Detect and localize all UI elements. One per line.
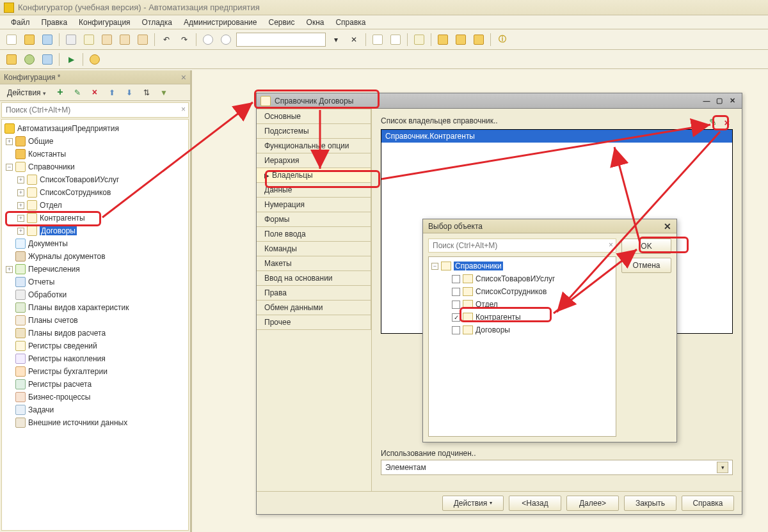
tab-exchange[interactable]: Обмен данными: [257, 300, 371, 315]
panel-up-icon[interactable]: ⬆: [104, 85, 120, 100]
tb-paste2[interactable]: [117, 32, 132, 47]
tree-catalog-contracts[interactable]: Договоры: [2, 224, 188, 237]
tab-main[interactable]: Основные: [257, 109, 371, 124]
tree-catalog-goods[interactable]: СписокТоваровИУслуг: [2, 173, 188, 186]
tb-deco2[interactable]: [453, 32, 468, 47]
menu-edit[interactable]: Правка: [37, 17, 72, 28]
checkbox[interactable]: [452, 326, 460, 334]
tb-misc3[interactable]: [412, 32, 427, 47]
tree-common[interactable]: Общие: [2, 135, 188, 148]
popup-cancel-button[interactable]: Отмена: [621, 258, 671, 273]
tab-owners[interactable]: ▶Владельцы: [257, 168, 371, 183]
tb-info-icon[interactable]: ⓘ: [495, 32, 510, 47]
config-tree[interactable]: АвтоматизацияПредприятия Общие Константы…: [1, 119, 189, 531]
tab-rights[interactable]: Права: [257, 285, 371, 301]
footer-back-button[interactable]: <Назад: [509, 496, 561, 511]
checkbox-checked[interactable]: [452, 313, 460, 322]
tab-commands[interactable]: Команды: [257, 241, 371, 256]
tree-plans-calc[interactable]: Планы видов расчета: [2, 327, 188, 340]
tree-catalog-dept[interactable]: Отдел: [2, 199, 188, 212]
tb-redo[interactable]: ↷: [177, 32, 192, 47]
tree-reg-accum[interactable]: Регистры накопления: [2, 352, 188, 365]
tb-new[interactable]: [4, 32, 19, 47]
popup-search-input[interactable]: [429, 239, 616, 252]
tree-enums[interactable]: Перечисления: [2, 263, 188, 276]
config-filter-box[interactable]: ×: [1, 102, 189, 118]
window-maximize-icon[interactable]: ▢: [714, 96, 725, 106]
tree-plans-char[interactable]: Планы видов характеристик: [2, 301, 188, 314]
tree-reg-calc[interactable]: Регистры расчета: [2, 378, 188, 391]
popup-item-goods[interactable]: СписокТоваровИУслуг: [430, 272, 614, 285]
checkbox[interactable]: [452, 275, 460, 283]
footer-help-button[interactable]: Справка: [682, 496, 734, 511]
popup-ok-button[interactable]: OK: [621, 239, 671, 254]
tab-forms[interactable]: Формы: [257, 212, 371, 227]
tab-data[interactable]: Данные: [257, 182, 371, 198]
tb-search-clear[interactable]: ✕: [346, 32, 362, 47]
tree-reports[interactable]: Отчеты: [2, 276, 188, 288]
tree-catalogs[interactable]: Справочники: [2, 160, 188, 173]
menu-debug[interactable]: Отладка: [138, 17, 177, 28]
window-minimize-icon[interactable]: —: [701, 96, 712, 106]
tree-documents[interactable]: Документы: [2, 237, 188, 250]
tb-misc1[interactable]: [370, 32, 385, 47]
tb-copy[interactable]: [81, 32, 97, 47]
tree-external[interactable]: Внешние источники данных: [2, 416, 188, 429]
menu-help[interactable]: Справка: [331, 17, 370, 28]
tab-funcopts[interactable]: Функциональные опции: [257, 138, 371, 153]
config-filter-input[interactable]: [2, 103, 188, 117]
owners-edit-icon[interactable]: ✎: [707, 116, 719, 128]
tb2-play2[interactable]: [87, 52, 102, 67]
window-close-icon[interactable]: ✕: [726, 96, 738, 106]
panel-down-icon[interactable]: ⬇: [122, 85, 137, 100]
popup-tree[interactable]: Справочники СписокТоваровИУслуг СписокСо…: [428, 256, 616, 437]
panel-edit-icon[interactable]: ✎: [70, 85, 85, 100]
tab-hierarchy[interactable]: Иерархия: [257, 153, 371, 168]
menu-windows[interactable]: Окна: [302, 17, 329, 28]
owners-delete-icon[interactable]: ×: [721, 116, 733, 128]
tree-processings[interactable]: Обработки: [2, 288, 188, 301]
config-panel-close-icon[interactable]: ×: [181, 72, 186, 82]
popup-search-box[interactable]: ×: [428, 239, 616, 253]
tab-layouts[interactable]: Макеты: [257, 256, 371, 271]
menu-service[interactable]: Сервис: [264, 17, 299, 28]
tree-bp[interactable]: Бизнес-процессы: [2, 391, 188, 403]
tree-reg-info[interactable]: Регистры сведений: [2, 340, 188, 352]
tb-paste3[interactable]: [135, 32, 150, 47]
usage-select[interactable]: Элементам ▾: [381, 460, 733, 475]
menu-configuration[interactable]: Конфигурация: [74, 17, 135, 28]
catalog-window-title[interactable]: Справочник Договоры — ▢ ✕: [257, 93, 742, 109]
footer-close-button[interactable]: Закрыть: [624, 496, 676, 511]
tree-reg-buh[interactable]: Регистры бухгалтерии: [2, 365, 188, 378]
tree-catalog-employees[interactable]: СписокСотрудников: [2, 186, 188, 199]
panel-sort-icon[interactable]: ⇅: [139, 85, 154, 100]
tree-plans-accounts[interactable]: Планы счетов: [2, 314, 188, 327]
tb-search-dd[interactable]: ▾: [328, 32, 344, 47]
footer-actions-button[interactable]: Действия▾: [442, 496, 504, 511]
tree-constants[interactable]: Константы: [2, 148, 188, 160]
tb-find-icon[interactable]: [200, 32, 216, 47]
panel-actions[interactable]: Действия ▾: [3, 86, 51, 99]
tb-open[interactable]: [22, 32, 37, 47]
popup-search-clear-icon[interactable]: ×: [609, 240, 613, 249]
popup-close-icon[interactable]: ✕: [664, 221, 671, 231]
footer-next-button[interactable]: Далее>: [566, 496, 619, 511]
tb2-cfg[interactable]: [4, 52, 19, 67]
checkbox[interactable]: [452, 288, 460, 296]
popup-item-employees[interactable]: СписокСотрудников: [430, 285, 614, 298]
tb2-upd[interactable]: [40, 52, 55, 67]
tree-tasks[interactable]: Задачи: [2, 403, 188, 416]
tb-misc2[interactable]: [388, 32, 403, 47]
panel-filter-icon[interactable]: ▼: [156, 85, 172, 100]
dropdown-icon[interactable]: ▾: [717, 462, 728, 473]
panel-add-icon[interactable]: +: [52, 85, 68, 100]
tb2-db[interactable]: [22, 52, 37, 67]
tab-subsystems[interactable]: Подсистемы: [257, 123, 371, 139]
tab-inputfield[interactable]: Поле ввода: [257, 226, 371, 242]
tree-catalog-contragents[interactable]: Контрагенты: [2, 212, 188, 224]
checkbox[interactable]: [452, 301, 460, 309]
tree-journals[interactable]: Журналы документов: [2, 250, 188, 263]
popup-item-contragents[interactable]: Контрагенты: [430, 311, 614, 324]
tb-save[interactable]: [40, 32, 55, 47]
config-filter-clear-icon[interactable]: ×: [181, 105, 186, 114]
